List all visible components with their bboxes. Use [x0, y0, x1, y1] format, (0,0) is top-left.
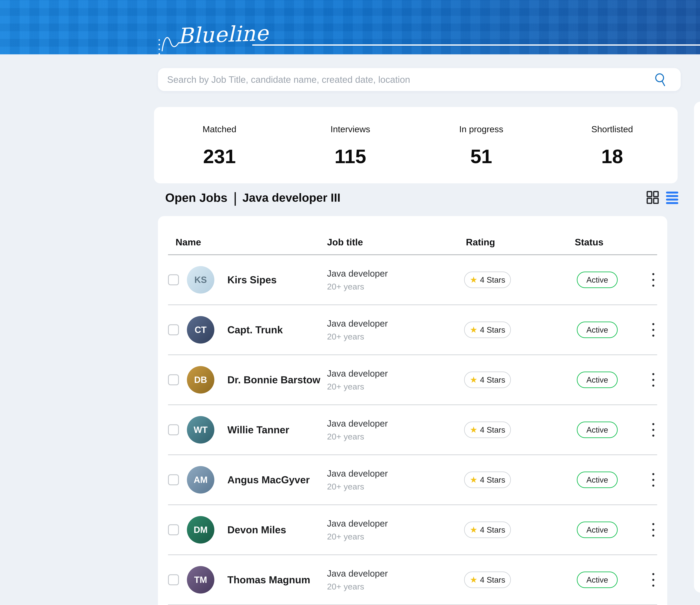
- status-badge: Active: [577, 421, 618, 438]
- rating-label: 4 Stars: [480, 475, 505, 484]
- row-menu-button[interactable]: [650, 421, 656, 439]
- table-row[interactable]: TM Thomas Magnum Java developer 20+ year…: [168, 555, 657, 605]
- job-title-cell: Java developer 20+ years: [323, 318, 449, 341]
- row-checkbox[interactable]: [168, 574, 179, 585]
- status-cell: Active: [577, 572, 618, 588]
- row-menu-button[interactable]: [650, 321, 656, 339]
- rating-cell: ★ 4 Stars: [464, 471, 511, 488]
- row-checkbox[interactable]: [168, 524, 179, 535]
- stat-label: Shortlisted: [591, 124, 633, 134]
- row-checkbox[interactable]: [168, 274, 179, 285]
- candidate-name: Angus MacGyver: [225, 474, 323, 486]
- status-cell: Active: [577, 522, 618, 538]
- table-header: Name Job title Rating Status: [168, 216, 657, 255]
- table-row[interactable]: WT Willie Tanner Java developer 20+ year…: [168, 405, 657, 455]
- grid-view-icon[interactable]: [646, 191, 659, 204]
- row-checkbox[interactable]: [168, 474, 179, 485]
- star-icon: ★: [470, 426, 478, 434]
- row-menu-button[interactable]: [650, 371, 656, 389]
- status-cell: Active: [577, 421, 618, 438]
- stat-value: 115: [334, 145, 366, 168]
- rating-cell: ★ 4 Stars: [464, 421, 511, 438]
- row-menu-button[interactable]: [650, 271, 656, 289]
- experience: 20+ years: [327, 482, 449, 491]
- stat-matched: Matched 231: [154, 107, 285, 183]
- table-row[interactable]: AM Angus MacGyver Java developer 20+ yea…: [168, 455, 657, 505]
- rating-badge: ★ 4 Stars: [464, 371, 511, 388]
- list-view-icon[interactable]: [666, 191, 678, 204]
- rating-cell: ★ 4 Stars: [464, 572, 511, 588]
- search-icon[interactable]: [653, 72, 668, 88]
- rating-badge: ★ 4 Stars: [464, 321, 511, 338]
- experience: 20+ years: [327, 532, 449, 541]
- row-checkbox[interactable]: [168, 324, 179, 335]
- stat-value: 51: [470, 145, 492, 168]
- candidate-avatar: AM: [187, 466, 214, 493]
- star-icon: ★: [470, 476, 478, 484]
- status-cell: Active: [577, 321, 618, 338]
- candidate-name: Willie Tanner: [225, 424, 323, 436]
- stat-label: Matched: [203, 124, 236, 134]
- job-title-cell: Java developer 20+ years: [323, 268, 449, 291]
- table-row[interactable]: CT Capt. Trunk Java developer 20+ years …: [168, 305, 657, 355]
- job-filter-label: Java developer III: [242, 191, 340, 204]
- rating-cell: ★ 4 Stars: [464, 371, 511, 388]
- candidate-avatar: WT: [187, 416, 214, 443]
- row-menu-button[interactable]: [650, 521, 656, 539]
- job-title: Java developer: [327, 268, 449, 279]
- table-row[interactable]: KS Kirs Sipes Java developer 20+ years ★…: [168, 255, 657, 305]
- rating-label: 4 Stars: [480, 425, 505, 434]
- menu-cell: [650, 321, 656, 339]
- app-header: Blueline: [0, 0, 700, 54]
- menu-cell: [650, 271, 656, 289]
- candidate-name: Dr. Bonnie Barstow: [225, 374, 323, 386]
- status-cell: Active: [577, 371, 618, 388]
- menu-cell: [650, 371, 656, 389]
- stat-label: In progress: [459, 124, 503, 134]
- candidates-table: Name Job title Rating Status KS Kirs Sip…: [158, 216, 667, 605]
- menu-cell: [650, 521, 656, 539]
- rating-label: 4 Stars: [480, 575, 505, 584]
- table-row[interactable]: DM Devon Miles Java developer 20+ years …: [168, 505, 657, 555]
- logo-dotted-line: [158, 39, 160, 55]
- status-badge: Active: [577, 522, 618, 538]
- candidate-name: Kirs Sipes: [225, 274, 323, 286]
- experience: 20+ years: [327, 332, 449, 341]
- rating-label: 4 Stars: [480, 325, 505, 334]
- column-header-job-title: Job title: [323, 237, 449, 247]
- candidate-avatar: CT: [187, 316, 214, 343]
- column-header-rating: Rating: [466, 237, 495, 247]
- rating-cell: ★ 4 Stars: [464, 271, 511, 288]
- status-badge: Active: [577, 471, 618, 488]
- rating-badge: ★ 4 Stars: [464, 572, 511, 588]
- search-input[interactable]: [158, 68, 681, 91]
- experience: 20+ years: [327, 382, 449, 391]
- row-checkbox[interactable]: [168, 424, 179, 435]
- experience: 20+ years: [327, 282, 449, 291]
- column-header-status: Status: [575, 237, 603, 247]
- stat-in-progress: In progress 51: [416, 107, 547, 183]
- status-badge: Active: [577, 572, 618, 588]
- rating-badge: ★ 4 Stars: [464, 471, 511, 488]
- rating-badge: ★ 4 Stars: [464, 271, 511, 288]
- rating-cell: ★ 4 Stars: [464, 522, 511, 538]
- row-checkbox[interactable]: [168, 374, 179, 385]
- star-icon: ★: [470, 376, 478, 384]
- status-badge: Active: [577, 271, 618, 288]
- experience: 20+ years: [327, 432, 449, 441]
- rating-cell: ★ 4 Stars: [464, 321, 511, 338]
- candidate-name: Devon Miles: [225, 524, 323, 535]
- candidate-name: Thomas Magnum: [225, 574, 323, 585]
- column-header-name: Name: [168, 237, 323, 247]
- table-body: KS Kirs Sipes Java developer 20+ years ★…: [168, 255, 657, 605]
- candidate-avatar: DM: [187, 516, 214, 543]
- stat-value: 18: [601, 145, 623, 168]
- job-title-cell: Java developer 20+ years: [323, 518, 449, 541]
- job-title: Java developer: [327, 518, 449, 529]
- table-row[interactable]: DB Dr. Bonnie Barstow Java developer 20+…: [168, 355, 657, 405]
- job-title: Java developer: [327, 318, 449, 329]
- menu-cell: [650, 571, 656, 589]
- rating-label: 4 Stars: [480, 275, 505, 285]
- row-menu-button[interactable]: [650, 471, 656, 489]
- row-menu-button[interactable]: [650, 571, 656, 589]
